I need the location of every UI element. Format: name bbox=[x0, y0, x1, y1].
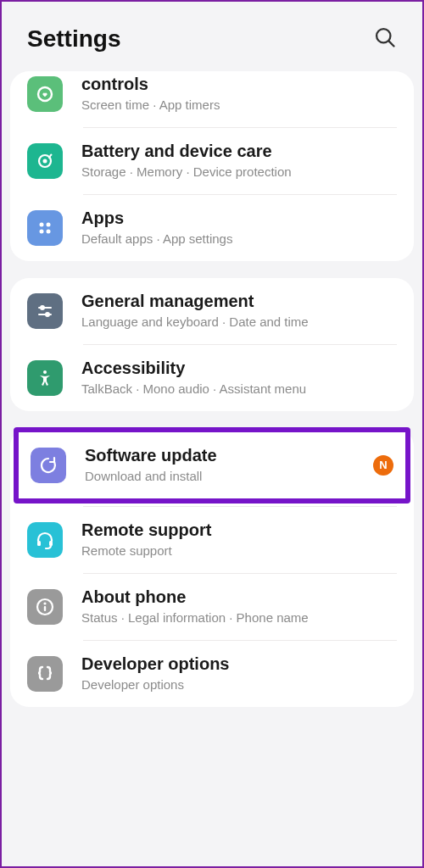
page-title: Settings bbox=[27, 25, 120, 53]
settings-group: Software update Download and install N R… bbox=[10, 428, 414, 707]
item-title: controls bbox=[81, 75, 397, 94]
settings-group: controls Screen time · App timers Batter… bbox=[10, 71, 414, 261]
item-text: Developer options Developer options bbox=[81, 654, 397, 693]
item-title: About phone bbox=[81, 587, 397, 607]
svg-point-8 bbox=[47, 229, 51, 233]
item-text: General management Language and keyboard… bbox=[81, 292, 397, 331]
heart-icon bbox=[27, 76, 63, 112]
svg-line-1 bbox=[388, 41, 393, 46]
highlight-box: Software update Download and install N bbox=[14, 427, 410, 504]
list-item-remote-support[interactable]: Remote support Remote support bbox=[10, 507, 414, 573]
apps-icon bbox=[27, 210, 63, 246]
item-title: General management bbox=[81, 292, 397, 311]
item-subtitle: Default apps · App settings bbox=[81, 231, 397, 248]
item-subtitle: Developer options bbox=[81, 676, 397, 693]
item-subtitle: Storage · Memory · Device protection bbox=[81, 164, 397, 181]
svg-point-17 bbox=[43, 602, 46, 604]
item-title: Accessibility bbox=[81, 359, 397, 378]
item-subtitle: Language and keyboard · Date and time bbox=[81, 314, 397, 331]
svg-point-5 bbox=[40, 222, 44, 226]
accessibility-icon bbox=[27, 360, 63, 396]
search-icon[interactable] bbox=[373, 25, 397, 53]
list-item-digital-wellbeing[interactable]: controls Screen time · App timers bbox=[10, 71, 414, 127]
item-text: Software update Download and install bbox=[85, 446, 373, 485]
item-text: Battery and device care Storage · Memory… bbox=[81, 142, 397, 181]
settings-group: General management Language and keyboard… bbox=[10, 278, 414, 411]
item-subtitle: Download and install bbox=[85, 468, 373, 485]
svg-rect-18 bbox=[44, 606, 46, 611]
item-title: Developer options bbox=[81, 654, 397, 674]
list-item-about-phone[interactable]: About phone Status · Legal information ·… bbox=[10, 574, 414, 640]
item-subtitle: Screen time · App timers bbox=[81, 97, 397, 114]
svg-point-6 bbox=[47, 222, 51, 226]
update-icon bbox=[31, 448, 66, 483]
item-title: Apps bbox=[81, 209, 397, 228]
item-subtitle: Status · Legal information · Phone name bbox=[81, 609, 397, 626]
list-item-accessibility[interactable]: Accessibility TalkBack · Mono audio · As… bbox=[10, 345, 414, 411]
item-subtitle: Remote support bbox=[81, 542, 397, 559]
item-subtitle: TalkBack · Mono audio · Assistant menu bbox=[81, 381, 397, 398]
svg-point-13 bbox=[43, 370, 47, 374]
headset-icon bbox=[27, 522, 63, 558]
sliders-icon bbox=[27, 293, 63, 329]
item-text: controls Screen time · App timers bbox=[81, 76, 397, 114]
list-item-battery-device-care[interactable]: Battery and device care Storage · Memory… bbox=[10, 128, 414, 194]
list-item-apps[interactable]: Apps Default apps · App settings bbox=[10, 195, 414, 261]
item-text: Apps Default apps · App settings bbox=[81, 209, 397, 248]
braces-icon bbox=[27, 656, 63, 692]
list-item-software-update[interactable]: Software update Download and install N bbox=[19, 432, 405, 498]
svg-point-12 bbox=[46, 313, 49, 316]
notification-badge: N bbox=[373, 455, 393, 476]
item-title: Battery and device care bbox=[81, 142, 397, 161]
care-icon bbox=[27, 143, 63, 179]
list-item-developer-options[interactable]: Developer options Developer options bbox=[10, 641, 414, 707]
item-title: Software update bbox=[85, 446, 373, 465]
info-icon bbox=[27, 589, 63, 625]
item-text: Remote support Remote support bbox=[81, 520, 397, 559]
svg-rect-14 bbox=[37, 541, 41, 546]
settings-header: Settings bbox=[2, 2, 422, 71]
svg-point-7 bbox=[40, 229, 44, 233]
svg-point-10 bbox=[41, 306, 44, 309]
list-item-general-management[interactable]: General management Language and keyboard… bbox=[10, 278, 414, 344]
svg-point-4 bbox=[43, 159, 47, 163]
item-text: About phone Status · Legal information ·… bbox=[81, 587, 397, 626]
item-title: Remote support bbox=[81, 520, 397, 540]
item-text: Accessibility TalkBack · Mono audio · As… bbox=[81, 359, 397, 398]
